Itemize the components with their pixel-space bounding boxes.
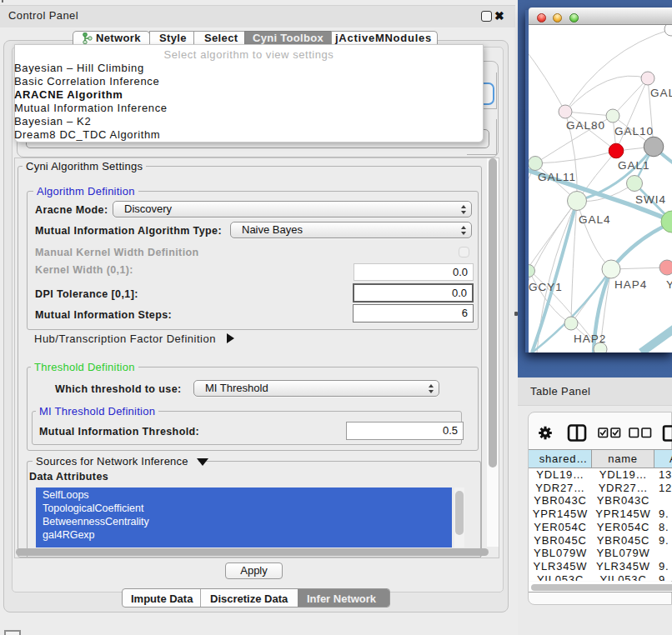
svg-text:GAL11: GAL11: [538, 171, 576, 183]
svg-text:GAL7: GAL7: [650, 87, 672, 99]
svg-text:SWI4: SWI4: [635, 193, 666, 206]
svg-text:GCY1: GCY1: [529, 281, 563, 293]
svg-text:Y: Y: [666, 278, 672, 291]
svg-text:HAP2: HAP2: [574, 332, 606, 345]
svg-text:GAL1: GAL1: [618, 159, 650, 172]
svg-text:HAP4: HAP4: [614, 278, 647, 291]
svg-text:GAL80: GAL80: [566, 119, 605, 132]
svg-text:GAL4: GAL4: [579, 213, 611, 226]
svg-text:GAL10: GAL10: [614, 125, 654, 138]
